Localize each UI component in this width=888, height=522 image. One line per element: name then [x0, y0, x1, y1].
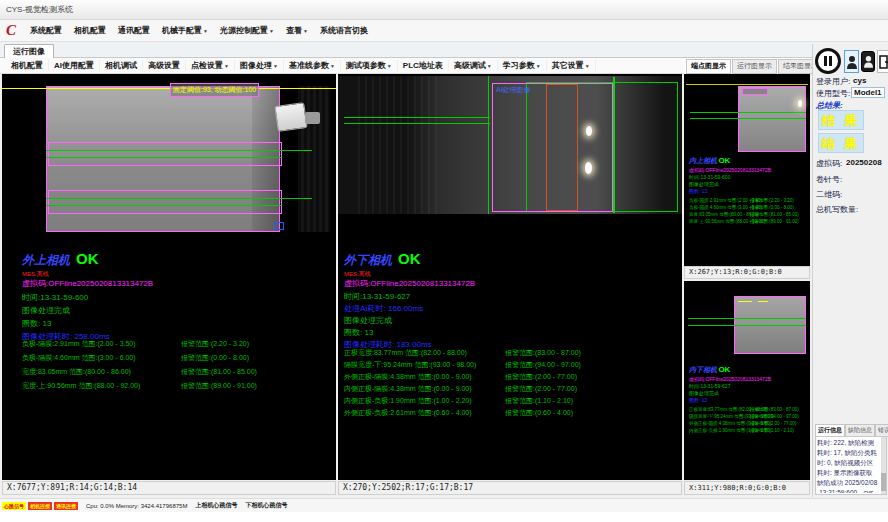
camera-left-status: OK	[76, 250, 99, 267]
camera-left-title-row: 外上相机OK	[22, 250, 99, 269]
log-scrollbar[interactable]	[881, 437, 886, 494]
thumb-tab-endpoint[interactable]: 端点图显示	[686, 59, 731, 74]
chevron-down-icon: ▼	[269, 28, 274, 34]
measurement-alarm: 报警范围:(2.00 - 77.00)	[505, 372, 577, 382]
measurement-alarm: 报警范围:(2.20 - 3.20)	[750, 198, 794, 203]
thumb-top-title: 内上相机	[689, 157, 717, 164]
result-badge-1: 结 果	[818, 110, 864, 130]
ai-image-label: AI处理图像	[496, 85, 531, 95]
chevron-down-icon: ▼	[224, 63, 229, 69]
measurement-alarm: 报警范围:(2.00 - 77.00)	[505, 384, 577, 394]
tool-image-process[interactable]: 图像处理▼	[235, 60, 284, 71]
measure-line	[344, 123, 490, 124]
thumb-tab-run[interactable]: 运行图显示	[732, 59, 777, 74]
turns-line: 圈数: 13	[689, 397, 707, 403]
measurement-alarm: 报警范围:(94.00 - 97.00)	[505, 360, 581, 370]
measurement-value: 内侧正极-隔膜:4.38mm 范围:(0.00 - 9.00)	[344, 384, 472, 394]
tool-spot-check[interactable]: 点检设置▼	[186, 60, 235, 71]
measurement-alarm: 报警范围:(1.10 - 2.10)	[505, 396, 573, 406]
upper-camera-heartbeat: 上相机心跳信号	[195, 501, 237, 510]
tab-run-image[interactable]: 运行图像	[4, 44, 54, 58]
chevron-down-icon: ▼	[387, 63, 392, 69]
bright-spot	[798, 100, 802, 107]
bright-spot	[585, 162, 592, 174]
measurement-value: 正极宽度:83.77mm 范围:(82.00 - 88.00)	[344, 348, 467, 358]
camera-middle-panel[interactable]: AI处理图像 外下相机OK MES:离线 虚拟码:OFFline20250208…	[338, 74, 682, 480]
measure-line	[46, 198, 312, 199]
right-panel: 登录用户: cys 使用型号: Model1 总结果: 结 果 结 果 虚拟码:…	[812, 44, 888, 497]
app-window: CYS-视觉检测系统 C 系统配置 相机配置 通讯配置 机械手配置▼ 光源控制配…	[0, 0, 888, 522]
tool-test-params[interactable]: 测试项参数▼	[341, 60, 398, 71]
pause-button[interactable]	[815, 48, 841, 74]
measurement-value: 宽度:83.05mm 范围:(80.00 - 86.00)	[22, 367, 131, 377]
exit-button[interactable]	[877, 50, 888, 73]
heartbeat-chip: 心跳信号	[2, 502, 26, 510]
measure-line	[690, 118, 806, 119]
mini-overlay	[742, 88, 768, 95]
measurement-value: 外侧正极-负极:2.61mm 范围:(0.60 - 4.00)	[344, 408, 472, 418]
process-done-line: 图像处理完成	[689, 390, 719, 396]
thumb-bottom-title-row: 内下相机 OK	[689, 365, 730, 375]
tool-ai-config[interactable]: AI使用配置	[49, 60, 100, 71]
thumb-top-panel[interactable]: 内上相机 OK 虚拟码:OFFline2025020813313472B 时间:…	[684, 74, 810, 266]
menu-camera-config[interactable]: 相机配置	[68, 25, 112, 36]
menu-language-switch[interactable]: 系统语言切换	[314, 25, 374, 36]
measurement-value: 宽度:83.05mm 范围:(80.00 - 86.00)	[689, 212, 759, 217]
log-text: 耗时: 222, 缺陷检测耗时: 17, 缺陷分类耗时: 0, 缺陷视频分区耗时…	[817, 438, 879, 493]
write-count-label: 总机写数量:	[816, 204, 858, 215]
process-done-line: 图像处理完成	[344, 315, 392, 326]
lower-camera-heartbeat: 下相机心跳信号	[245, 501, 287, 510]
menu-light-config[interactable]: 光源控制配置▼	[214, 25, 280, 36]
user-icon	[847, 55, 857, 69]
tool-learn-params[interactable]: 学习参数▼	[498, 60, 547, 71]
camera-left-title: 外上相机	[22, 253, 70, 267]
measurement-alarm: 报警范围:(81.00 - 85.00)	[181, 367, 257, 377]
roi-box-2	[48, 190, 282, 214]
thumb-top-title-row: 内上相机 OK	[689, 156, 730, 166]
tool-camera-config[interactable]: 相机配置	[6, 60, 49, 71]
comm-link-chip: 通讯连接	[54, 502, 78, 510]
menu-bar: C 系统配置 相机配置 通讯配置 机械手配置▼ 光源控制配置▼ 查看▼ 系统语言…	[0, 20, 888, 42]
qr-label: 二维码:	[816, 189, 842, 200]
time-line: 时间:13-31-59-627	[689, 383, 730, 389]
camera-middle-title: 外下相机	[344, 253, 392, 267]
pin-label: 卷针号:	[816, 174, 842, 185]
operator-icon	[864, 55, 873, 68]
window-titlebar: CYS-视觉检测系统	[0, 0, 888, 20]
measure-line	[690, 112, 806, 113]
scrollbar-thumb[interactable]	[881, 473, 886, 491]
threshold-overlay: 固定阈值:93, 动态阈值:100	[170, 83, 259, 97]
clip-tail	[305, 112, 320, 124]
model-select[interactable]: Model1	[851, 87, 885, 98]
tool-plc-table[interactable]: PLC地址表	[398, 60, 449, 71]
menu-view[interactable]: 查看▼	[280, 25, 314, 36]
clip-object	[274, 102, 307, 132]
process-done-line: 图像处理完成	[22, 305, 70, 316]
tool-advanced-settings[interactable]: 高级设置	[143, 60, 186, 71]
measure-line	[46, 150, 312, 151]
time-line: 时间:13-31-59-627	[344, 291, 410, 302]
view-tabstrip: 运行图像	[0, 42, 888, 58]
thumb-top-image	[738, 86, 806, 152]
model-label: 使用型号:	[816, 88, 850, 99]
measurement-value: 负极-隔膜:4.60mm 范围:(3.00 - 6.00)	[22, 353, 136, 363]
operator-button[interactable]	[861, 51, 875, 72]
measurement-alarm: 报警范围:(94.00 - 97.00)	[750, 414, 799, 419]
camera-left-panel[interactable]: 固定阈值:93, 动态阈值:100 外上相机OK MES:离线 虚拟码:OFFl…	[2, 74, 336, 480]
turns-line: 圈数: 13	[22, 318, 51, 329]
thumb-bottom-panel[interactable]: 内下相机 OK 虚拟码:OFFline2025020813313472B 时间:…	[684, 281, 810, 480]
tool-advanced-debug[interactable]: 高级调试▼	[449, 60, 498, 71]
tool-camera-debug[interactable]: 相机调试	[100, 60, 143, 71]
tool-other-settings[interactable]: 其它设置▼	[547, 60, 596, 71]
menu-comm-config[interactable]: 通讯配置	[112, 25, 156, 36]
thumb-top-status: OK	[718, 156, 730, 165]
chevron-down-icon: ▼	[273, 63, 278, 69]
camera-middle-status: OK	[398, 250, 421, 267]
menu-system-config[interactable]: 系统配置	[24, 25, 68, 36]
menu-robot-config[interactable]: 机械手配置▼	[156, 25, 214, 36]
tool-baseline-params[interactable]: 基准线参数▼	[284, 60, 341, 71]
login-user-button[interactable]	[844, 50, 859, 73]
camera-middle-coordbar: X:270;Y:2502;R:17;G:17;B:17	[338, 481, 682, 495]
barcode-line: 虚拟码:OFFline2025020813313472B	[344, 278, 475, 289]
chevron-down-icon: ▼	[203, 28, 208, 34]
